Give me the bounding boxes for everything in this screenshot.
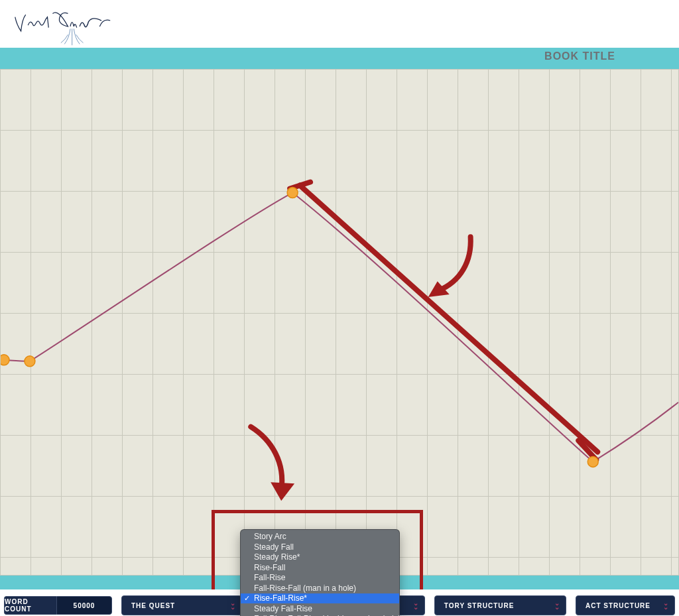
arc-menu-item-1[interactable]: ✓Steady Fall	[241, 542, 399, 552]
arc-menu-item-6[interactable]: ✓Rise-Fall-Rise*	[241, 593, 399, 604]
header	[0, 0, 679, 48]
arc-menu-item-label: Story Arc	[254, 532, 286, 541]
story-structure-dropdown-label: TORY STRUCTURE	[444, 602, 515, 609]
title-bar: BOOK TITLE	[0, 48, 679, 69]
arc-menu-item-label: Steady Fall-Rise	[254, 604, 312, 613]
svg-marker-4	[271, 482, 294, 501]
chevron-down-icon: ⌄⌄	[554, 601, 560, 609]
story-structure-dropdown[interactable]: TORY STRUCTURE ⌄⌄	[434, 595, 566, 615]
arc-menu-item-label: Rise-Fall	[254, 563, 285, 572]
arc-menu-item-label: Steady Rise*	[254, 552, 300, 562]
brand-logo	[11, 5, 130, 46]
act-structure-dropdown[interactable]: ACT STRUCTURE ⌄⌄	[576, 595, 675, 615]
arc-menu-item-2[interactable]: ✓Steady Rise*	[241, 552, 399, 563]
arc-menu-item-0[interactable]: ✓Story Arc	[241, 532, 399, 542]
word-count-value[interactable]: 50000	[56, 596, 112, 615]
arc-menu-item-8[interactable]: ✓Fall-Rise-Fall-Rise (double man in a ho…	[241, 614, 399, 617]
arc-menu-item-7[interactable]: ✓Steady Fall-Rise	[241, 603, 399, 614]
arc-dropdown-menu[interactable]: ✓Story Arc✓Steady Fall✓Steady Rise*✓Rise…	[240, 529, 400, 617]
arc-node-0[interactable]	[1, 355, 9, 365]
toolbar: WORD COUNT 50000 THE QUEST ⌄⌄ RISE-FALL-…	[0, 589, 679, 616]
arc-menu-item-label: Rise-Fall-Rise*	[254, 593, 307, 603]
annotation-arrow-segment	[428, 237, 471, 297]
arc-menu-item-label: Fall-Rise-Fall (man in a hole)	[254, 584, 356, 593]
checkmark-icon: ✓	[244, 594, 250, 603]
arc-menu-item-label: Fall-Rise	[254, 573, 285, 582]
highlight-segment	[290, 182, 597, 460]
arc-node-2[interactable]	[287, 188, 298, 198]
arc-menu-item-label: Steady Fall	[254, 542, 294, 552]
word-count-field[interactable]: WORD COUNT 50000	[4, 596, 112, 615]
annotation-arrow-dropdown	[251, 427, 294, 501]
chevron-down-icon: ⌄⌄	[230, 601, 236, 609]
arc-node-3[interactable]	[587, 456, 598, 467]
arc-node-1[interactable]	[25, 356, 35, 367]
story-arc-chart[interactable]	[0, 69, 679, 576]
quest-dropdown[interactable]: THE QUEST ⌄⌄	[121, 595, 242, 615]
arc-line[interactable]	[4, 193, 678, 462]
arc-menu-item-4[interactable]: ✓Fall-Rise	[241, 573, 399, 584]
arc-menu-item-5[interactable]: ✓Fall-Rise-Fall (man in a hole)	[241, 583, 399, 593]
act-structure-dropdown-label: ACT STRUCTURE	[586, 602, 650, 609]
chevron-down-icon: ⌄⌄	[413, 601, 419, 609]
quest-dropdown-label: THE QUEST	[131, 602, 175, 609]
book-title-label[interactable]: BOOK TITLE	[544, 50, 615, 62]
arc-menu-item-3[interactable]: ✓Rise-Fall	[241, 562, 399, 573]
word-count-label: WORD COUNT	[4, 596, 56, 615]
chevron-down-icon: ⌄⌄	[663, 601, 669, 609]
svg-line-1	[300, 186, 597, 452]
